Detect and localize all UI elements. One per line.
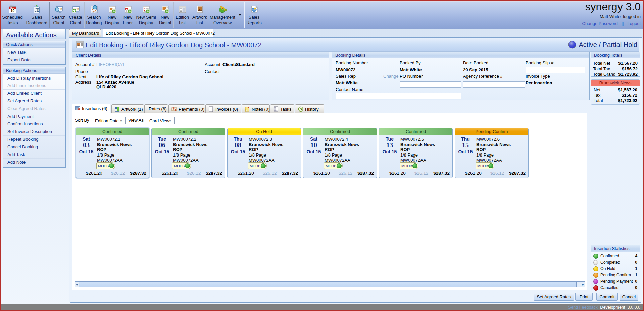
- svg-text:Nov: Nov: [10, 7, 14, 9]
- svg-text:$: $: [36, 5, 38, 8]
- svg-text:10: 10: [10, 9, 14, 13]
